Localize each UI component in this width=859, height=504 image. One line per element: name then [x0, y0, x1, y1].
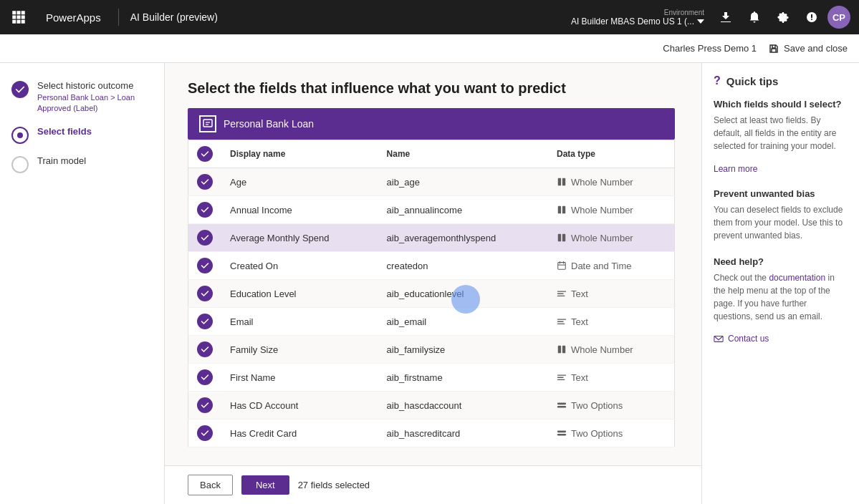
download-icon[interactable]: [713, 4, 739, 30]
svg-rect-12: [558, 178, 561, 186]
contact-link-text: Contact us: [728, 334, 769, 344]
svg-rect-25: [557, 319, 566, 320]
row-data-type: Whole Number: [548, 168, 675, 196]
table-row[interactable]: Family Size aib_familysize Whole Number: [188, 336, 675, 364]
row-check-icon[interactable]: [197, 314, 213, 329]
profile-name[interactable]: Charles Press Demo 1: [663, 43, 757, 54]
row-name: aib_firstname: [378, 364, 548, 392]
step-2-content: Select fields: [37, 126, 153, 137]
main-layout: Select historic outcome Personal Bank Lo…: [0, 63, 859, 504]
nav-right-section: Environment AI Builder MBAS Demo US 1 (.…: [571, 4, 850, 30]
row-checkbox[interactable]: [188, 252, 222, 280]
next-button[interactable]: Next: [241, 475, 289, 495]
svg-rect-7: [17, 20, 21, 24]
table-row[interactable]: Has Credit Card aib_hascreditcard Two Op…: [188, 420, 675, 447]
svg-rect-36: [557, 434, 566, 436]
row-check-icon[interactable]: [197, 286, 213, 301]
panel-title-text: Quick tips: [726, 75, 779, 87]
col-name: Name: [378, 140, 548, 168]
svg-rect-2: [21, 11, 25, 14]
question-icon: ?: [714, 74, 721, 87]
step-3-content: Train model: [37, 155, 153, 166]
notification-icon[interactable]: [742, 4, 767, 30]
environment-selector[interactable]: Environment AI Builder MBAS Demo US 1 (.…: [571, 9, 704, 26]
row-name: aib_hascreditcard: [378, 420, 548, 447]
row-checkbox[interactable]: [188, 364, 222, 392]
save-close-button[interactable]: Save and close: [768, 43, 848, 54]
svg-rect-35: [557, 431, 566, 433]
powerapps-logo[interactable]: PowerApps: [40, 11, 107, 24]
settings-icon[interactable]: [770, 4, 796, 30]
row-checkbox[interactable]: [188, 168, 222, 196]
svg-rect-3: [12, 16, 16, 19]
svg-rect-6: [12, 20, 16, 24]
sidebar-step-1[interactable]: Select historic outcome Personal Bank Lo…: [0, 74, 164, 120]
grid-menu-icon[interactable]: [9, 7, 29, 27]
svg-rect-33: [557, 403, 566, 405]
row-check-icon[interactable]: [197, 174, 213, 190]
table-row[interactable]: Email aib_email Text: [188, 308, 675, 336]
sidebar-step-3[interactable]: Train model: [0, 150, 164, 179]
row-check-icon[interactable]: [197, 397, 213, 413]
sidebar-step-2[interactable]: Select fields: [0, 120, 164, 150]
row-check-icon[interactable]: [197, 202, 213, 218]
row-display-name: Annual Income: [221, 196, 378, 224]
row-display-name: Email: [221, 308, 378, 336]
svg-rect-13: [562, 178, 565, 186]
header-check[interactable]: [197, 146, 213, 162]
row-data-type: Text: [548, 308, 675, 336]
back-button[interactable]: Back: [188, 475, 233, 495]
step-1-circle: [11, 81, 29, 98]
row-name: aib_email: [378, 308, 548, 336]
table-row[interactable]: Education Level aib_educationlevel Text: [188, 280, 675, 308]
row-check-icon[interactable]: [197, 425, 213, 441]
row-name: aib_familysize: [378, 336, 548, 364]
table-row[interactable]: First Name aib_firstname Text: [188, 364, 675, 392]
row-check-icon[interactable]: [197, 369, 213, 385]
row-checkbox[interactable]: [188, 420, 222, 447]
aibuilder-label: AI Builder (preview): [130, 11, 218, 23]
row-checkbox[interactable]: [188, 336, 222, 364]
row-check-icon[interactable]: [197, 258, 213, 273]
table-row[interactable]: Has CD Account aib_hascdaccount Two Opti…: [188, 392, 675, 420]
row-name: aib_age: [378, 168, 548, 196]
entity-header: Personal Bank Loan: [188, 108, 675, 140]
table-row[interactable]: Average Monthly Spend aib_averagemonthly…: [188, 224, 675, 252]
svg-rect-9: [203, 120, 212, 127]
content-area: Select the fields that influence what yo…: [165, 63, 701, 504]
svg-rect-32: [557, 379, 565, 380]
row-name: aib_educationlevel: [378, 280, 548, 308]
step-1-subtitle: Personal Bank Loan > Loan Approved (Labe…: [37, 92, 153, 115]
row-name: aib_averagemonthlyspend: [378, 224, 548, 252]
fields-count: 27 fields selected: [298, 480, 370, 490]
table-row[interactable]: Age aib_age Whole Number: [188, 168, 675, 196]
tip-3-heading: Need help?: [714, 256, 848, 267]
svg-rect-4: [17, 16, 21, 19]
nav-divider: [118, 9, 119, 26]
row-check-icon[interactable]: [197, 230, 213, 246]
svg-rect-29: [562, 346, 565, 354]
table-row[interactable]: Created On createdon Date and Time: [188, 252, 675, 280]
documentation-link[interactable]: documentation: [769, 273, 825, 283]
tip-3-body: Check out the documentation in the help …: [714, 271, 848, 323]
user-avatar[interactable]: CP: [827, 6, 850, 29]
tip-section-2: Prevent unwanted bias You can deselect f…: [714, 188, 848, 242]
row-data-type: Text: [548, 280, 675, 308]
row-checkbox[interactable]: [188, 280, 222, 308]
svg-rect-31: [557, 377, 564, 378]
svg-rect-17: [562, 234, 565, 242]
svg-rect-5: [21, 16, 25, 19]
row-checkbox[interactable]: [188, 196, 222, 224]
svg-rect-15: [562, 206, 565, 214]
row-checkbox[interactable]: [188, 308, 222, 336]
svg-rect-23: [557, 294, 564, 294]
contact-us-link[interactable]: Contact us: [714, 334, 848, 344]
row-check-icon[interactable]: [197, 341, 213, 357]
table-row[interactable]: Annual Income aib_annualincome Whole Num…: [188, 196, 675, 224]
row-checkbox[interactable]: [188, 224, 222, 252]
help-icon[interactable]: [799, 4, 825, 30]
row-display-name: Family Size: [221, 336, 378, 364]
step-1-content: Select historic outcome Personal Bank Lo…: [37, 80, 153, 115]
learn-more-link[interactable]: Learn more: [714, 164, 757, 174]
row-checkbox[interactable]: [188, 392, 222, 420]
